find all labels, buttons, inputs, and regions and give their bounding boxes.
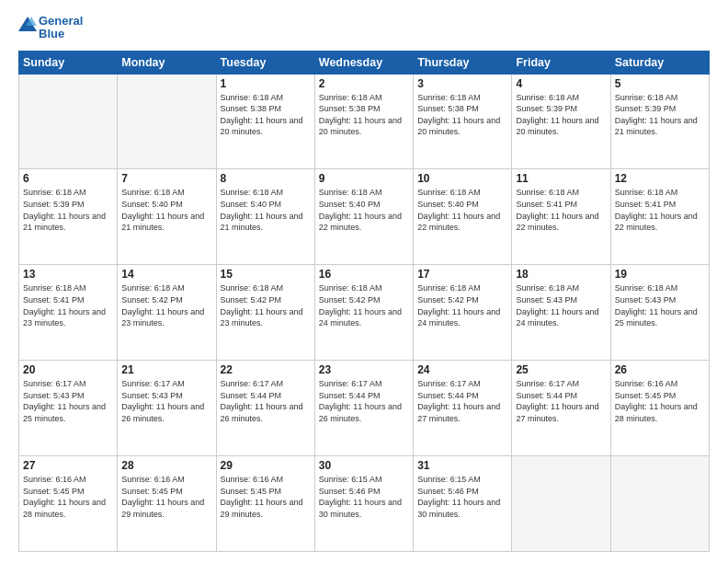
calendar-cell bbox=[19, 74, 118, 169]
calendar-cell bbox=[610, 456, 709, 552]
calendar-cell: 3Sunrise: 6:18 AM Sunset: 5:38 PM Daylig… bbox=[414, 74, 512, 169]
day-info: Sunrise: 6:18 AM Sunset: 5:39 PM Dayligh… bbox=[23, 187, 113, 233]
logo-triangle-icon bbox=[18, 17, 37, 35]
day-info: Sunrise: 6:15 AM Sunset: 5:46 PM Dayligh… bbox=[417, 474, 507, 520]
calendar-cell: 27Sunrise: 6:16 AM Sunset: 5:45 PM Dayli… bbox=[19, 456, 118, 552]
day-info: Sunrise: 6:15 AM Sunset: 5:46 PM Dayligh… bbox=[319, 474, 409, 520]
calendar-table: SundayMondayTuesdayWednesdayThursdayFrid… bbox=[18, 51, 710, 552]
calendar-cell: 28Sunrise: 6:16 AM Sunset: 5:45 PM Dayli… bbox=[118, 456, 216, 552]
day-info: Sunrise: 6:17 AM Sunset: 5:44 PM Dayligh… bbox=[516, 378, 606, 424]
calendar-cell: 26Sunrise: 6:16 AM Sunset: 5:45 PM Dayli… bbox=[610, 361, 709, 456]
calendar-cell bbox=[118, 74, 216, 169]
calendar-cell: 14Sunrise: 6:18 AM Sunset: 5:42 PM Dayli… bbox=[118, 265, 216, 361]
day-header-thursday: Thursday bbox=[414, 51, 512, 74]
day-info: Sunrise: 6:17 AM Sunset: 5:44 PM Dayligh… bbox=[221, 378, 311, 424]
day-info: Sunrise: 6:18 AM Sunset: 5:40 PM Dayligh… bbox=[319, 187, 409, 233]
calendar-cell: 13Sunrise: 6:18 AM Sunset: 5:41 PM Dayli… bbox=[19, 265, 118, 361]
calendar-week-2: 13Sunrise: 6:18 AM Sunset: 5:41 PM Dayli… bbox=[19, 265, 710, 361]
calendar-cell: 23Sunrise: 6:17 AM Sunset: 5:44 PM Dayli… bbox=[314, 361, 413, 456]
calendar-cell: 17Sunrise: 6:18 AM Sunset: 5:42 PM Dayli… bbox=[414, 265, 512, 361]
calendar-week-4: 27Sunrise: 6:16 AM Sunset: 5:45 PM Dayli… bbox=[19, 456, 710, 552]
day-number: 15 bbox=[221, 268, 311, 281]
day-info: Sunrise: 6:16 AM Sunset: 5:45 PM Dayligh… bbox=[121, 474, 211, 520]
calendar-cell: 2Sunrise: 6:18 AM Sunset: 5:38 PM Daylig… bbox=[314, 74, 413, 169]
day-info: Sunrise: 6:18 AM Sunset: 5:41 PM Dayligh… bbox=[516, 187, 606, 233]
calendar-cell bbox=[512, 456, 610, 552]
day-number: 7 bbox=[121, 172, 211, 185]
calendar-cell: 5Sunrise: 6:18 AM Sunset: 5:39 PM Daylig… bbox=[610, 74, 709, 169]
day-number: 4 bbox=[516, 77, 606, 90]
page: General Blue SundayMondayTuesdayWednesda… bbox=[0, 0, 728, 563]
calendar-cell: 31Sunrise: 6:15 AM Sunset: 5:46 PM Dayli… bbox=[414, 456, 512, 552]
calendar-cell: 12Sunrise: 6:18 AM Sunset: 5:41 PM Dayli… bbox=[610, 169, 709, 265]
day-number: 5 bbox=[615, 77, 705, 90]
day-number: 29 bbox=[221, 459, 311, 472]
calendar-cell: 29Sunrise: 6:16 AM Sunset: 5:45 PM Dayli… bbox=[216, 456, 314, 552]
calendar-cell: 7Sunrise: 6:18 AM Sunset: 5:40 PM Daylig… bbox=[118, 169, 216, 265]
day-number: 20 bbox=[23, 363, 113, 376]
day-number: 25 bbox=[516, 363, 606, 376]
calendar-cell: 20Sunrise: 6:17 AM Sunset: 5:43 PM Dayli… bbox=[19, 361, 118, 456]
day-number: 19 bbox=[615, 268, 705, 281]
day-number: 9 bbox=[319, 172, 409, 185]
day-number: 30 bbox=[319, 459, 409, 472]
day-number: 22 bbox=[221, 363, 311, 376]
day-number: 3 bbox=[417, 77, 507, 90]
calendar-week-3: 20Sunrise: 6:17 AM Sunset: 5:43 PM Dayli… bbox=[19, 361, 710, 456]
day-number: 6 bbox=[23, 172, 113, 185]
day-info: Sunrise: 6:18 AM Sunset: 5:42 PM Dayligh… bbox=[221, 282, 311, 328]
day-number: 13 bbox=[23, 268, 113, 281]
day-info: Sunrise: 6:18 AM Sunset: 5:38 PM Dayligh… bbox=[417, 92, 507, 138]
day-info: Sunrise: 6:18 AM Sunset: 5:41 PM Dayligh… bbox=[615, 187, 705, 233]
calendar-cell: 19Sunrise: 6:18 AM Sunset: 5:43 PM Dayli… bbox=[610, 265, 709, 361]
calendar-cell: 6Sunrise: 6:18 AM Sunset: 5:39 PM Daylig… bbox=[19, 169, 118, 265]
day-header-sunday: Sunday bbox=[19, 51, 118, 74]
calendar-cell: 15Sunrise: 6:18 AM Sunset: 5:42 PM Dayli… bbox=[216, 265, 314, 361]
calendar-cell: 8Sunrise: 6:18 AM Sunset: 5:40 PM Daylig… bbox=[216, 169, 314, 265]
day-number: 10 bbox=[417, 172, 507, 185]
day-info: Sunrise: 6:18 AM Sunset: 5:42 PM Dayligh… bbox=[417, 282, 507, 328]
logo-text: General Blue bbox=[39, 15, 83, 41]
day-info: Sunrise: 6:17 AM Sunset: 5:43 PM Dayligh… bbox=[121, 378, 211, 424]
day-number: 27 bbox=[23, 459, 113, 472]
day-info: Sunrise: 6:18 AM Sunset: 5:38 PM Dayligh… bbox=[319, 92, 409, 138]
day-info: Sunrise: 6:16 AM Sunset: 5:45 PM Dayligh… bbox=[23, 474, 113, 520]
day-info: Sunrise: 6:18 AM Sunset: 5:40 PM Dayligh… bbox=[121, 187, 211, 233]
day-number: 24 bbox=[417, 363, 507, 376]
header: General Blue bbox=[18, 15, 710, 41]
day-number: 17 bbox=[417, 268, 507, 281]
calendar-week-1: 6Sunrise: 6:18 AM Sunset: 5:39 PM Daylig… bbox=[19, 169, 710, 265]
day-info: Sunrise: 6:16 AM Sunset: 5:45 PM Dayligh… bbox=[615, 378, 705, 424]
day-header-saturday: Saturday bbox=[610, 51, 709, 74]
calendar-cell: 21Sunrise: 6:17 AM Sunset: 5:43 PM Dayli… bbox=[118, 361, 216, 456]
day-info: Sunrise: 6:18 AM Sunset: 5:39 PM Dayligh… bbox=[516, 92, 606, 138]
calendar-cell: 9Sunrise: 6:18 AM Sunset: 5:40 PM Daylig… bbox=[314, 169, 413, 265]
calendar-cell: 1Sunrise: 6:18 AM Sunset: 5:38 PM Daylig… bbox=[216, 74, 314, 169]
day-info: Sunrise: 6:18 AM Sunset: 5:43 PM Dayligh… bbox=[615, 282, 705, 328]
day-number: 31 bbox=[417, 459, 507, 472]
calendar-cell: 25Sunrise: 6:17 AM Sunset: 5:44 PM Dayli… bbox=[512, 361, 610, 456]
day-info: Sunrise: 6:16 AM Sunset: 5:45 PM Dayligh… bbox=[221, 474, 311, 520]
day-number: 8 bbox=[221, 172, 311, 185]
calendar-cell: 24Sunrise: 6:17 AM Sunset: 5:44 PM Dayli… bbox=[414, 361, 512, 456]
day-info: Sunrise: 6:18 AM Sunset: 5:42 PM Dayligh… bbox=[319, 282, 409, 328]
day-info: Sunrise: 6:17 AM Sunset: 5:43 PM Dayligh… bbox=[23, 378, 113, 424]
day-number: 2 bbox=[319, 77, 409, 90]
calendar-cell: 22Sunrise: 6:17 AM Sunset: 5:44 PM Dayli… bbox=[216, 361, 314, 456]
calendar-cell: 30Sunrise: 6:15 AM Sunset: 5:46 PM Dayli… bbox=[314, 456, 413, 552]
logo: General Blue bbox=[18, 15, 83, 41]
calendar-cell: 4Sunrise: 6:18 AM Sunset: 5:39 PM Daylig… bbox=[512, 74, 610, 169]
day-info: Sunrise: 6:18 AM Sunset: 5:39 PM Dayligh… bbox=[615, 92, 705, 138]
day-header-friday: Friday bbox=[512, 51, 610, 74]
day-info: Sunrise: 6:18 AM Sunset: 5:42 PM Dayligh… bbox=[121, 282, 211, 328]
day-number: 28 bbox=[121, 459, 211, 472]
day-header-tuesday: Tuesday bbox=[216, 51, 314, 74]
day-info: Sunrise: 6:17 AM Sunset: 5:44 PM Dayligh… bbox=[417, 378, 507, 424]
day-number: 14 bbox=[121, 268, 211, 281]
day-header-monday: Monday bbox=[118, 51, 216, 74]
calendar-cell: 11Sunrise: 6:18 AM Sunset: 5:41 PM Dayli… bbox=[512, 169, 610, 265]
day-number: 16 bbox=[319, 268, 409, 281]
calendar-cell: 18Sunrise: 6:18 AM Sunset: 5:43 PM Dayli… bbox=[512, 265, 610, 361]
day-number: 21 bbox=[121, 363, 211, 376]
calendar-cell: 10Sunrise: 6:18 AM Sunset: 5:40 PM Dayli… bbox=[414, 169, 512, 265]
